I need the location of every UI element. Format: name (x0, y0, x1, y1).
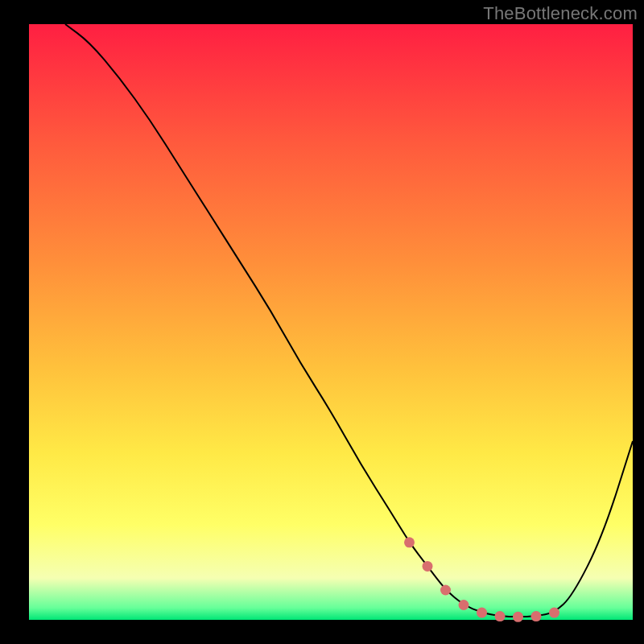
highlight-dot (477, 608, 487, 618)
highlight-dot (440, 585, 451, 596)
highlight-dot (531, 611, 542, 621)
chart-background (29, 24, 633, 620)
highlight-dot (513, 612, 523, 622)
watermark-text: TheBottleneck.com (483, 3, 638, 24)
highlight-dot (495, 611, 506, 621)
highlight-dot (459, 600, 469, 610)
highlight-dot (549, 608, 559, 618)
bottleneck-chart (0, 0, 644, 644)
highlight-dot (423, 561, 433, 572)
chart-stage: TheBottleneck.com (0, 0, 644, 644)
highlight-dot (404, 537, 415, 547)
